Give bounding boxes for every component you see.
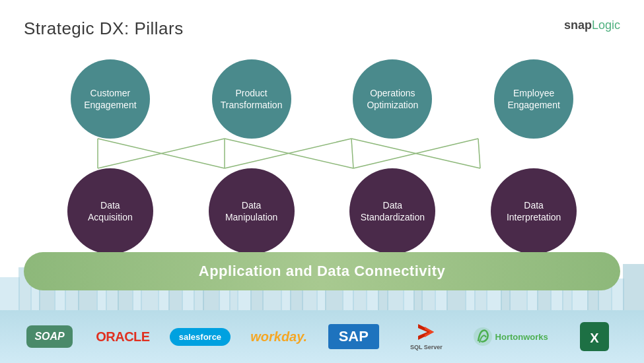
svg-line-2: [98, 139, 225, 168]
circle-operations-optimization: OperationsOptimization: [353, 59, 432, 139]
banner-text: Application and Data Connectivity: [199, 263, 445, 280]
circle-product-transformation: ProductTransformation: [212, 59, 291, 139]
hortonworks-logo-item: Hortonworks: [473, 319, 548, 354]
page-title: Strategic DX: Pillars: [24, 18, 184, 39]
sap-logo-item: SAP: [327, 319, 380, 354]
sqlserver-logo-item: SQL Server: [400, 319, 452, 354]
svg-line-8: [353, 139, 478, 168]
workday-logo-item: workday.: [250, 319, 307, 354]
circle-employee-engagement: EmployeeEngagement: [494, 59, 573, 139]
logos-bar: SOAP ORACLE salesforce workday. SAP SQL …: [0, 310, 644, 363]
hortonworks-icon: [473, 327, 493, 346]
oracle-logo-item: ORACLE: [96, 319, 149, 354]
circle-data-acquisition: DataAcquisition: [67, 168, 153, 254]
soap-logo-item: SOAP: [23, 319, 76, 354]
excel-logo-item: X: [568, 319, 621, 354]
sqlserver-logo: SQL Server: [410, 323, 443, 350]
excel-logo: X: [580, 322, 609, 351]
circle-data-manipulation: DataManipulation: [209, 168, 295, 254]
circle-customer-engagement: CustomerEngagement: [71, 59, 150, 139]
svg-rect-64: [623, 264, 644, 317]
circle-data-standardization: DataStandardization: [349, 168, 435, 254]
snaplogic-logo: snapLogic: [564, 18, 620, 32]
svg-text:X: X: [590, 331, 599, 345]
salesforce-logo-item: salesforce: [170, 319, 231, 354]
sqlserver-icon: [415, 323, 437, 341]
workday-logo: workday.: [250, 329, 307, 345]
svg-line-5: [225, 139, 351, 168]
circle-data-interpretation: DataInterpretation: [491, 168, 577, 254]
sap-logo: SAP: [328, 324, 379, 349]
hortonworks-logo: Hortonworks: [473, 327, 548, 346]
bottom-circles-container: DataAcquisition DataManipulation DataSta…: [40, 168, 604, 254]
svg-line-9: [478, 139, 480, 168]
soap-logo: SOAP: [26, 325, 72, 348]
logic-text: Logic: [592, 18, 620, 32]
svg-line-7: [351, 139, 480, 168]
slide: Strategic DX: Pillars snapLogic: [0, 0, 644, 363]
svg-line-6: [351, 139, 353, 168]
oracle-logo: ORACLE: [96, 329, 149, 345]
top-circles-container: CustomerEngagement ProductTransformation…: [40, 59, 604, 139]
salesforce-logo: salesforce: [170, 328, 231, 346]
connectivity-banner: Application and Data Connectivity: [24, 252, 620, 290]
excel-icon: X: [583, 325, 606, 348]
svg-line-4: [225, 139, 353, 168]
svg-line-1: [98, 139, 225, 168]
snap-text: snap: [564, 18, 592, 32]
